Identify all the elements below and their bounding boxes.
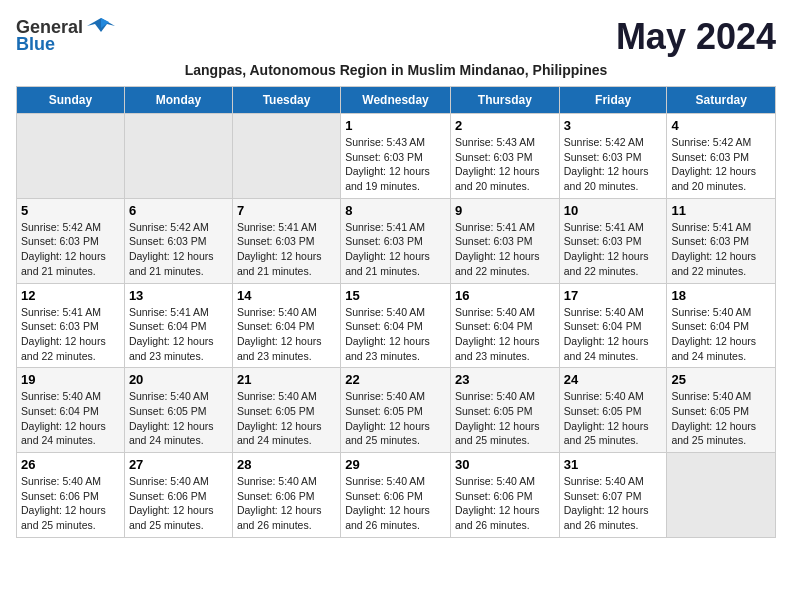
days-header-row: Sunday Monday Tuesday Wednesday Thursday… — [17, 87, 776, 114]
day-number: 11 — [671, 203, 771, 218]
table-row: 3 Sunrise: 5:42 AMSunset: 6:03 PMDayligh… — [559, 114, 667, 199]
day-number: 3 — [564, 118, 663, 133]
table-row — [667, 453, 776, 538]
day-info: Sunrise: 5:40 AMSunset: 6:04 PMDaylight:… — [671, 305, 771, 364]
header-sunday: Sunday — [17, 87, 125, 114]
day-info: Sunrise: 5:41 AMSunset: 6:03 PMDaylight:… — [671, 220, 771, 279]
day-info: Sunrise: 5:40 AMSunset: 6:05 PMDaylight:… — [237, 389, 336, 448]
table-row: 20 Sunrise: 5:40 AMSunset: 6:05 PMDaylig… — [124, 368, 232, 453]
calendar-week-row: 19 Sunrise: 5:40 AMSunset: 6:04 PMDaylig… — [17, 368, 776, 453]
day-info: Sunrise: 5:42 AMSunset: 6:03 PMDaylight:… — [671, 135, 771, 194]
day-info: Sunrise: 5:40 AMSunset: 6:07 PMDaylight:… — [564, 474, 663, 533]
day-info: Sunrise: 5:40 AMSunset: 6:04 PMDaylight:… — [21, 389, 120, 448]
day-info: Sunrise: 5:40 AMSunset: 6:04 PMDaylight:… — [564, 305, 663, 364]
day-info: Sunrise: 5:40 AMSunset: 6:04 PMDaylight:… — [345, 305, 446, 364]
day-info: Sunrise: 5:40 AMSunset: 6:05 PMDaylight:… — [671, 389, 771, 448]
table-row: 29 Sunrise: 5:40 AMSunset: 6:06 PMDaylig… — [341, 453, 451, 538]
table-row: 11 Sunrise: 5:41 AMSunset: 6:03 PMDaylig… — [667, 198, 776, 283]
day-number: 15 — [345, 288, 446, 303]
table-row — [124, 114, 232, 199]
day-number: 10 — [564, 203, 663, 218]
day-info: Sunrise: 5:40 AMSunset: 6:05 PMDaylight:… — [129, 389, 228, 448]
day-number: 25 — [671, 372, 771, 387]
header: General Blue May 2024 — [16, 16, 776, 58]
day-info: Sunrise: 5:41 AMSunset: 6:03 PMDaylight:… — [21, 305, 120, 364]
table-row: 21 Sunrise: 5:40 AMSunset: 6:05 PMDaylig… — [232, 368, 340, 453]
day-number: 29 — [345, 457, 446, 472]
table-row: 25 Sunrise: 5:40 AMSunset: 6:05 PMDaylig… — [667, 368, 776, 453]
table-row: 18 Sunrise: 5:40 AMSunset: 6:04 PMDaylig… — [667, 283, 776, 368]
day-number: 17 — [564, 288, 663, 303]
header-wednesday: Wednesday — [341, 87, 451, 114]
day-number: 5 — [21, 203, 120, 218]
day-number: 6 — [129, 203, 228, 218]
day-number: 14 — [237, 288, 336, 303]
table-row: 12 Sunrise: 5:41 AMSunset: 6:03 PMDaylig… — [17, 283, 125, 368]
day-number: 23 — [455, 372, 555, 387]
table-row: 6 Sunrise: 5:42 AMSunset: 6:03 PMDayligh… — [124, 198, 232, 283]
table-row: 8 Sunrise: 5:41 AMSunset: 6:03 PMDayligh… — [341, 198, 451, 283]
table-row: 10 Sunrise: 5:41 AMSunset: 6:03 PMDaylig… — [559, 198, 667, 283]
table-row: 14 Sunrise: 5:40 AMSunset: 6:04 PMDaylig… — [232, 283, 340, 368]
table-row: 1 Sunrise: 5:43 AMSunset: 6:03 PMDayligh… — [341, 114, 451, 199]
day-info: Sunrise: 5:40 AMSunset: 6:05 PMDaylight:… — [345, 389, 446, 448]
calendar-week-row: 26 Sunrise: 5:40 AMSunset: 6:06 PMDaylig… — [17, 453, 776, 538]
day-number: 9 — [455, 203, 555, 218]
logo-bird-icon — [87, 16, 115, 38]
table-row: 24 Sunrise: 5:40 AMSunset: 6:05 PMDaylig… — [559, 368, 667, 453]
day-number: 18 — [671, 288, 771, 303]
table-row — [232, 114, 340, 199]
day-number: 4 — [671, 118, 771, 133]
day-number: 16 — [455, 288, 555, 303]
table-row: 5 Sunrise: 5:42 AMSunset: 6:03 PMDayligh… — [17, 198, 125, 283]
day-number: 31 — [564, 457, 663, 472]
day-number: 21 — [237, 372, 336, 387]
table-row: 30 Sunrise: 5:40 AMSunset: 6:06 PMDaylig… — [450, 453, 559, 538]
day-info: Sunrise: 5:40 AMSunset: 6:04 PMDaylight:… — [455, 305, 555, 364]
day-number: 13 — [129, 288, 228, 303]
table-row: 26 Sunrise: 5:40 AMSunset: 6:06 PMDaylig… — [17, 453, 125, 538]
day-number: 24 — [564, 372, 663, 387]
day-number: 19 — [21, 372, 120, 387]
day-number: 28 — [237, 457, 336, 472]
table-row: 2 Sunrise: 5:43 AMSunset: 6:03 PMDayligh… — [450, 114, 559, 199]
day-info: Sunrise: 5:40 AMSunset: 6:05 PMDaylight:… — [564, 389, 663, 448]
table-row: 27 Sunrise: 5:40 AMSunset: 6:06 PMDaylig… — [124, 453, 232, 538]
day-info: Sunrise: 5:40 AMSunset: 6:06 PMDaylight:… — [455, 474, 555, 533]
table-row: 4 Sunrise: 5:42 AMSunset: 6:03 PMDayligh… — [667, 114, 776, 199]
day-number: 27 — [129, 457, 228, 472]
day-number: 7 — [237, 203, 336, 218]
day-info: Sunrise: 5:41 AMSunset: 6:03 PMDaylight:… — [237, 220, 336, 279]
day-info: Sunrise: 5:42 AMSunset: 6:03 PMDaylight:… — [564, 135, 663, 194]
day-info: Sunrise: 5:43 AMSunset: 6:03 PMDaylight:… — [345, 135, 446, 194]
day-number: 20 — [129, 372, 228, 387]
header-monday: Monday — [124, 87, 232, 114]
day-number: 12 — [21, 288, 120, 303]
day-info: Sunrise: 5:42 AMSunset: 6:03 PMDaylight:… — [21, 220, 120, 279]
table-row: 13 Sunrise: 5:41 AMSunset: 6:04 PMDaylig… — [124, 283, 232, 368]
table-row — [17, 114, 125, 199]
day-info: Sunrise: 5:40 AMSunset: 6:06 PMDaylight:… — [21, 474, 120, 533]
day-info: Sunrise: 5:41 AMSunset: 6:04 PMDaylight:… — [129, 305, 228, 364]
table-row: 22 Sunrise: 5:40 AMSunset: 6:05 PMDaylig… — [341, 368, 451, 453]
day-info: Sunrise: 5:41 AMSunset: 6:03 PMDaylight:… — [455, 220, 555, 279]
calendar-week-row: 1 Sunrise: 5:43 AMSunset: 6:03 PMDayligh… — [17, 114, 776, 199]
header-friday: Friday — [559, 87, 667, 114]
day-info: Sunrise: 5:40 AMSunset: 6:06 PMDaylight:… — [129, 474, 228, 533]
day-number: 1 — [345, 118, 446, 133]
header-tuesday: Tuesday — [232, 87, 340, 114]
day-info: Sunrise: 5:40 AMSunset: 6:06 PMDaylight:… — [237, 474, 336, 533]
day-info: Sunrise: 5:40 AMSunset: 6:04 PMDaylight:… — [237, 305, 336, 364]
table-row: 28 Sunrise: 5:40 AMSunset: 6:06 PMDaylig… — [232, 453, 340, 538]
day-number: 8 — [345, 203, 446, 218]
logo: General Blue — [16, 16, 115, 55]
table-row: 16 Sunrise: 5:40 AMSunset: 6:04 PMDaylig… — [450, 283, 559, 368]
day-info: Sunrise: 5:42 AMSunset: 6:03 PMDaylight:… — [129, 220, 228, 279]
day-number: 30 — [455, 457, 555, 472]
logo-blue-text: Blue — [16, 34, 55, 55]
day-info: Sunrise: 5:40 AMSunset: 6:05 PMDaylight:… — [455, 389, 555, 448]
subtitle: Langpas, Autonomous Region in Muslim Min… — [16, 62, 776, 78]
day-info: Sunrise: 5:43 AMSunset: 6:03 PMDaylight:… — [455, 135, 555, 194]
day-info: Sunrise: 5:40 AMSunset: 6:06 PMDaylight:… — [345, 474, 446, 533]
calendar-week-row: 5 Sunrise: 5:42 AMSunset: 6:03 PMDayligh… — [17, 198, 776, 283]
